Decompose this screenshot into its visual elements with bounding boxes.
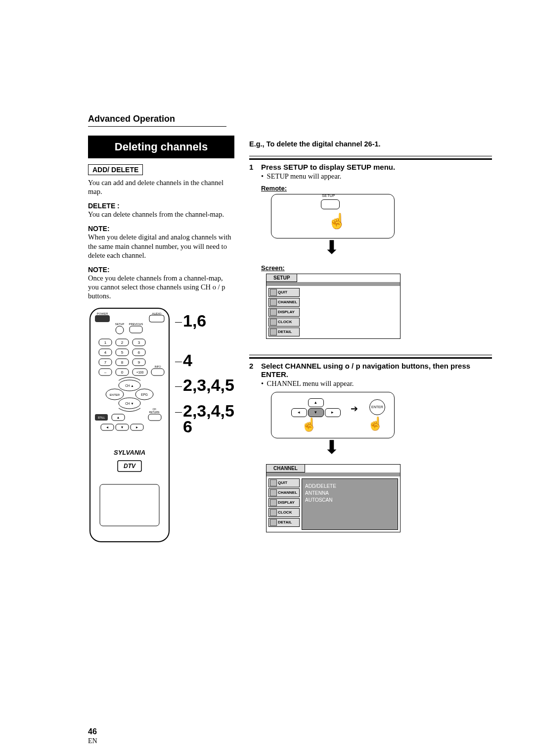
svg-text:RETURN: RETURN	[149, 411, 160, 414]
delete-desc: You can delete channels from the channel…	[88, 210, 234, 219]
add-delete-label: ADD/ DELETE	[88, 164, 143, 175]
right-column: E.g., To delete the digital channel 26-1…	[249, 133, 492, 544]
svg-text:4: 4	[104, 350, 107, 355]
svg-text:1: 1	[104, 340, 107, 345]
svg-text:CH ▲: CH ▲	[125, 384, 134, 387]
setup-menu-screen: SETUP QUIT CHANNEL DISPLAY CLOCK DETAIL	[266, 274, 400, 339]
svg-rect-7	[130, 326, 142, 333]
step-1: 1 Press SETUP to display SETUP menu. • S…	[249, 163, 492, 345]
svg-rect-1	[95, 315, 110, 322]
hand-icon: ☝	[367, 416, 383, 431]
add-delete-desc: You can add and delete channels in the c…	[88, 178, 234, 196]
main-title-bar: Deleting channels	[88, 136, 234, 158]
svg-text:▴: ▴	[117, 415, 119, 420]
enter-icon: ENTER	[369, 399, 385, 415]
svg-text:+100: +100	[136, 371, 144, 374]
svg-text:9: 9	[138, 360, 140, 365]
hand-icon: ☝	[301, 417, 317, 432]
arrow-right-icon: ➔	[351, 403, 358, 414]
remote-callouts: 1,6 4 2,3,4,5 2,3,4,5 6	[175, 306, 234, 437]
svg-rect-3	[149, 315, 164, 322]
svg-text:0: 0	[121, 370, 124, 375]
svg-text:INFO: INFO	[154, 365, 161, 368]
page-number: 46	[88, 727, 97, 736]
remote-illustration: POWER AUDIO SETUP PREVIOUS 1 2 3 4	[88, 306, 172, 544]
note2-label: NOTE:	[88, 266, 234, 274]
svg-text:8: 8	[121, 360, 124, 365]
svg-text:7: 7	[104, 360, 107, 365]
svg-text:EPG: EPG	[141, 393, 148, 396]
section-heading: Advanced Operation	[88, 114, 492, 124]
svg-text:ENTER: ENTER	[110, 393, 120, 396]
heading-rule	[88, 126, 226, 127]
note1-desc: When you delete digital and analog chann…	[88, 233, 234, 259]
example-line: E.g., To delete the digital channel 26-1…	[249, 140, 492, 148]
svg-text:▸: ▸	[136, 425, 138, 429]
svg-text:CH ▼: CH ▼	[125, 402, 134, 405]
note2-desc: Once you delete channels from a channel-…	[88, 274, 234, 300]
channel-menu-screen: CHANNEL QUIT CHANNEL DISPLAY CLOCK DETAI…	[266, 464, 400, 532]
svg-point-5	[116, 326, 124, 334]
delete-label: DELETE :	[88, 202, 234, 210]
left-column: Deleting channels ADD/ DELETE You can ad…	[88, 133, 234, 544]
svg-text:SYLVANIA: SYLVANIA	[114, 449, 145, 456]
svg-text:STILL: STILL	[98, 416, 105, 419]
svg-rect-33	[151, 369, 164, 376]
svg-text:SETUP: SETUP	[115, 323, 125, 326]
step-2: 2 Select CHANNEL using o / p navigation …	[249, 362, 492, 538]
svg-text:▾: ▾	[121, 425, 123, 429]
svg-text:6: 6	[138, 350, 140, 355]
svg-text:–: –	[104, 370, 107, 375]
svg-text:◂: ◂	[106, 425, 108, 429]
svg-text:3: 3	[138, 340, 140, 345]
svg-text:2: 2	[121, 340, 124, 345]
note1-label: NOTE:	[88, 225, 234, 233]
svg-rect-59	[100, 484, 159, 526]
svg-text:POWER: POWER	[97, 312, 108, 315]
nav-left-icon: ◂	[291, 408, 307, 417]
svg-text:5: 5	[121, 350, 124, 355]
svg-text:PREVIOUS: PREVIOUS	[129, 323, 143, 326]
svg-rect-45	[148, 414, 161, 421]
nav-down-icon: ▾	[308, 408, 324, 417]
page-language: EN	[88, 737, 97, 745]
svg-text:AUDIO: AUDIO	[152, 312, 161, 315]
svg-text:DTV: DTV	[124, 463, 136, 470]
nav-up-icon: ▴	[308, 398, 324, 407]
